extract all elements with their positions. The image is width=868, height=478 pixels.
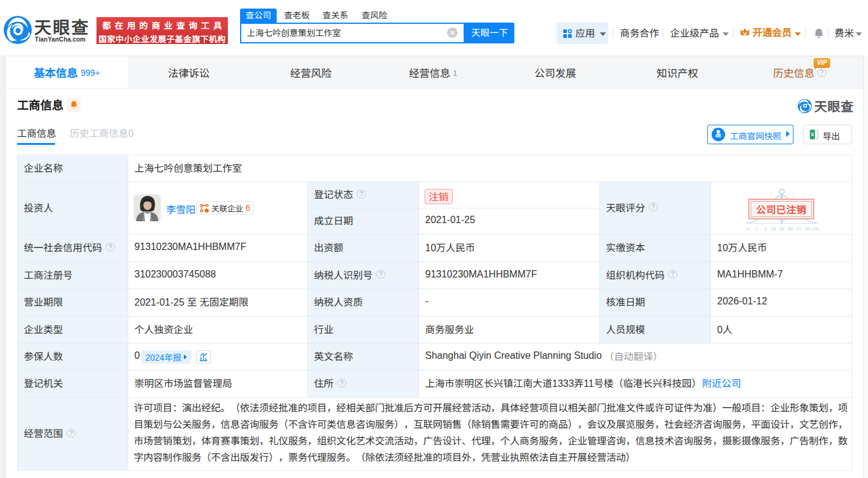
svg-text:3: 3 [764, 227, 767, 231]
svg-text:50: 50 [779, 227, 784, 231]
svg-text:0: 0 [747, 227, 749, 231]
svg-text:15: 15 [771, 227, 776, 231]
svg-text:1: 1 [756, 227, 758, 231]
svg-text:97: 97 [797, 227, 801, 231]
svg-text:99: 99 [805, 227, 810, 231]
svg-text:85: 85 [788, 227, 793, 231]
svg-text:100: 100 [811, 227, 819, 231]
